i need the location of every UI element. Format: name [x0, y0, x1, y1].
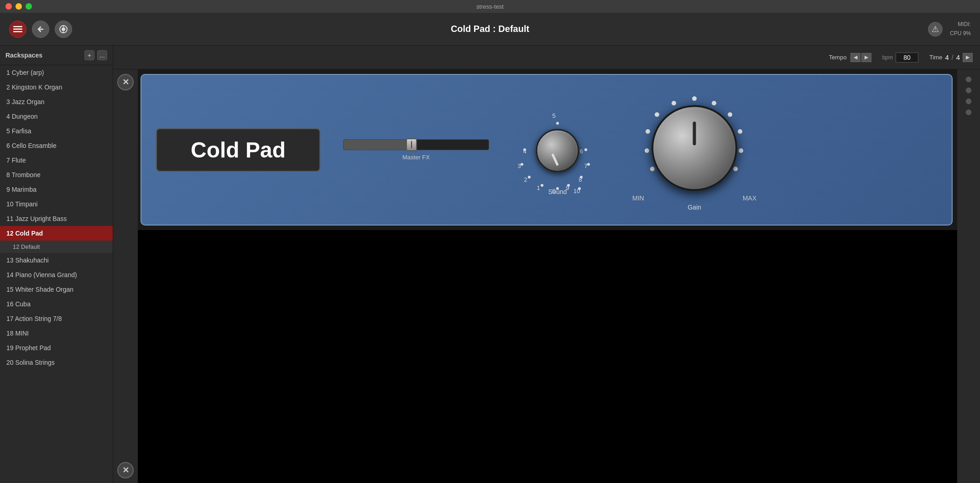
midi-label: MIDI: [950, 20, 971, 29]
svg-point-34 [733, 167, 738, 171]
sidebar-item-14[interactable]: 14 Piano (Vienna Grand) [0, 268, 113, 282]
midi-cpu-info: MIDI: CPU 9% [950, 20, 971, 37]
window-controls[interactable] [5, 3, 32, 10]
sidebar-list: 1 Cyber (arp) 2 Kingston K Organ 3 Jazz … [0, 65, 113, 483]
time-numerator: 4 [945, 53, 949, 61]
sidebar-controls: + ... [84, 50, 107, 60]
master-fx-slider-thumb[interactable] [406, 138, 417, 151]
time-section: Time 4 / 4 ▶ [929, 53, 973, 62]
svg-point-26 [580, 176, 583, 178]
sidebar-item-20[interactable]: 20 Solina Strings [0, 355, 113, 370]
svg-point-19 [541, 184, 543, 187]
bpm-label: bpm [882, 54, 893, 61]
header-bar: Cold Pad : Default ⚠ MIDI: CPU 9% [0, 13, 980, 46]
svg-rect-2 [13, 31, 22, 32]
sidebar-item-11[interactable]: 11 Jazz Upright Bass [0, 211, 113, 226]
sidebar-subitem-12-default[interactable]: 12 Default [0, 241, 113, 253]
svg-text:3: 3 [517, 163, 521, 169]
rack-close-top-button[interactable]: ✕ [117, 74, 134, 90]
tempo-controls: ◀ ▶ [850, 53, 871, 62]
svg-text:6: 6 [579, 148, 583, 155]
svg-rect-1 [13, 28, 22, 30]
svg-point-37 [646, 129, 650, 134]
time-arrow-button[interactable]: ▶ [963, 53, 973, 62]
title-bar: stress-test [0, 0, 980, 13]
svg-point-25 [587, 163, 590, 166]
sidebar-item-15[interactable]: 15 Whiter Shade Organ [0, 282, 113, 297]
svg-point-28 [578, 187, 581, 190]
svg-point-32 [738, 129, 742, 134]
sidebar-item-16[interactable]: 16 Cuba [0, 297, 113, 311]
tempo-down-button[interactable]: ◀ [850, 53, 860, 62]
svg-text:1: 1 [537, 184, 540, 191]
rack-dot-1 [966, 77, 971, 82]
svg-point-4 [62, 27, 65, 31]
sidebar-item-10[interactable]: 10 Timpani [0, 197, 113, 211]
sidebar-item-9[interactable]: 9 Marimba [0, 182, 113, 197]
sound-knob-body[interactable] [536, 129, 579, 172]
tune-icon-button[interactable] [55, 21, 72, 38]
maximize-button[interactable] [26, 3, 32, 10]
rack-dot-2 [966, 88, 971, 93]
add-rackspace-button[interactable]: + [84, 50, 94, 60]
sidebar-item-8[interactable]: 8 Trombone [0, 168, 113, 182]
sidebar-item-2[interactable]: 2 Kingston K Organ [0, 80, 113, 94]
sidebar-item-18[interactable]: 18 MINI [0, 326, 113, 341]
sidebar-item-19[interactable]: 19 Prophet Pad [0, 341, 113, 355]
content-toolbar: Tempo ◀ ▶ bpm Time 4 / 4 ▶ [113, 46, 980, 69]
svg-point-20 [528, 176, 531, 178]
sidebar-item-12[interactable]: 12 Cold Pad [0, 226, 113, 241]
svg-text:2: 2 [524, 176, 527, 183]
menu-icon-button[interactable] [9, 21, 26, 38]
svg-point-23 [556, 122, 559, 125]
sidebar-item-4[interactable]: 4 Dungeon [0, 109, 113, 124]
rack-area: ✕ ✕ Cold Pad [113, 69, 980, 483]
tempo-value-input[interactable] [896, 52, 918, 63]
master-fx-slider-track [343, 139, 489, 150]
svg-point-31 [728, 112, 732, 117]
sidebar-item-6[interactable]: 6 Cello Ensamble [0, 138, 113, 153]
gain-label: Gain [688, 204, 701, 211]
sidebar-item-17[interactable]: 17 Action String 7/8 [0, 311, 113, 326]
sound-knob-area: 0 1 2 3 4 5 6 7 8 9 10 [512, 104, 603, 195]
sidebar-item-1[interactable]: 1 Cyber (arp) [0, 65, 113, 80]
sidebar-header: Rackspaces + ... [0, 46, 113, 65]
gain-knob-indicator [693, 122, 696, 146]
sound-knob-indicator [551, 153, 558, 166]
time-label: Time [929, 54, 942, 61]
svg-point-22 [523, 148, 526, 151]
sidebar-item-7[interactable]: 7 Flute [0, 153, 113, 168]
svg-text:7: 7 [584, 163, 587, 169]
plugin-name-display: Cold Pad [156, 128, 320, 172]
rack-close-bottom-button[interactable]: ✕ [117, 462, 134, 478]
tempo-up-button[interactable]: ▶ [861, 53, 871, 62]
close-button[interactable] [5, 3, 12, 10]
master-fx-label: Master FX [402, 154, 430, 161]
cpu-label: CPU 9% [950, 29, 971, 38]
more-options-button[interactable]: ... [97, 50, 107, 60]
sidebar-item-13[interactable]: 13 Shakuhachi [0, 253, 113, 268]
main-layout: Rackspaces + ... 1 Cyber (arp) 2 Kingsto… [0, 46, 980, 483]
alert-icon[interactable]: ⚠ [928, 22, 943, 37]
content-area: Tempo ◀ ▶ bpm Time 4 / 4 ▶ ✕ [113, 46, 980, 483]
svg-point-35 [650, 167, 655, 171]
rack-right-strip [957, 69, 980, 483]
svg-point-30 [712, 101, 716, 105]
time-separator: / [952, 54, 954, 61]
tempo-value-area: bpm [882, 52, 918, 63]
time-denominator: 4 [956, 53, 960, 61]
header-right: ⚠ MIDI: CPU 9% [928, 20, 971, 37]
gain-knob-body[interactable] [652, 105, 737, 191]
gain-knob-area: MIN MAX Gain [626, 86, 763, 214]
svg-point-24 [584, 148, 587, 151]
minimize-button[interactable] [16, 3, 22, 10]
sidebar-item-5[interactable]: 5 Farfisa [0, 124, 113, 138]
svg-point-33 [739, 148, 743, 153]
slider-thumb-line [411, 141, 412, 148]
back-icon-button[interactable] [32, 21, 49, 38]
tempo-label: Tempo [829, 54, 847, 61]
rack-dot-4 [966, 110, 971, 115]
svg-rect-0 [13, 26, 22, 27]
sidebar-item-3[interactable]: 3 Jazz Organ [0, 94, 113, 109]
rack-left-strip: ✕ ✕ [113, 69, 138, 483]
